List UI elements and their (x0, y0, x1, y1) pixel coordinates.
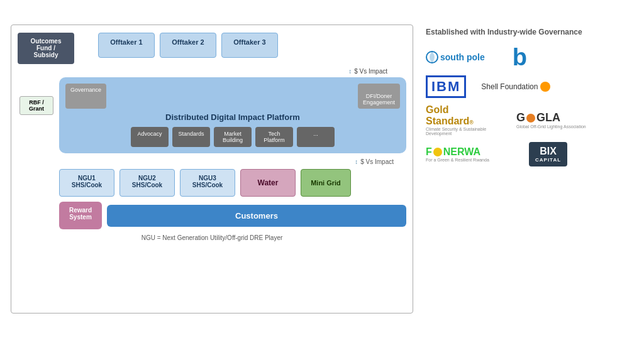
partners-title: Established with Industry-wide Governanc… (426, 28, 621, 36)
rbf-grant-label: RBF / Grant (19, 96, 53, 115)
gogla-sub: Global Off-Grid Lighting Association (516, 124, 586, 129)
dfi-box: DFI/DonerEngagement (358, 84, 400, 109)
vs-impact-top-label: $ Vs Impact (354, 68, 387, 75)
partners-row-3: GoldStandard® Climate Security & Sustain… (426, 104, 621, 136)
ngu-row: NGU1SHS/Cook NGU2SHS/Cook NGU3SHS/Cook W… (59, 169, 406, 197)
customers-label: Customers (235, 211, 278, 221)
platform-buttons-row: Advocacy Standards MarketBuilding TechPl… (65, 127, 400, 147)
partners-row-4: FNERWA For a Green & Resilient Rwanda BI… (426, 142, 621, 166)
market-building-btn: MarketBuilding (214, 127, 252, 147)
shell-icon (540, 82, 550, 92)
vs-impact-bottom-arrow: ↕ $ Vs Impact (59, 158, 406, 165)
water-box: Water (240, 169, 296, 197)
ellipsis-btn: ... (297, 127, 335, 147)
water-label: Water (258, 178, 279, 187)
bix-logo: BIX CAPITAL (529, 142, 567, 166)
rbf-grant-text: RBF / Grant (29, 99, 44, 112)
offtaker-2-label: Offtaker 2 (172, 38, 204, 46)
diagram-section: Outcomes Fund / Subsidy Offtaker 1 Offta… (11, 25, 413, 313)
ibm-logo: IBM (426, 75, 466, 98)
minigrid-box: Mini Grid (301, 169, 351, 197)
main-container: Outcomes Fund / Subsidy Offtaker 1 Offta… (4, 18, 640, 320)
ngu2-box: NGU2SHS/Cook (119, 169, 175, 197)
partners-row-1: south pole b (426, 45, 621, 69)
bix-capital-text: CAPITAL (535, 157, 561, 163)
gogla-text: GGLA (516, 111, 586, 124)
shell-foundation-logo: Shell Foundation (481, 82, 550, 92)
governance-box: Governance (65, 84, 106, 109)
partners-section: Established with Industry-wide Governanc… (426, 25, 621, 166)
advocacy-btn: Advocacy (131, 127, 169, 147)
minigrid-label: Mini Grid (311, 179, 341, 187)
offtaker-3-label: Offtaker 3 (233, 38, 265, 46)
b-logo: b (513, 45, 527, 69)
offtaker-1-box: Offtaker 1 (98, 33, 155, 58)
offtaker-2-box: Offtaker 2 (160, 33, 216, 58)
ngu1-box: NGU1SHS/Cook (59, 169, 114, 197)
platform-title: Distributed Digital Impact Platform (65, 112, 400, 122)
gold-standard-sub: Climate Security & Sustainable Developme… (426, 127, 501, 136)
outcomes-fund-label: Outcomes Fund / Subsidy (31, 38, 62, 58)
standards-btn: Standards (172, 127, 210, 147)
fonerwa-logo: FNERWA For a Green & Resilient Rwanda (426, 146, 514, 162)
tech-platform-btn: TechPlatform (255, 127, 293, 147)
platform-box: Governance DFI/DonerEngagement Distribut… (59, 77, 406, 153)
southpole-text: south pole (440, 52, 485, 62)
vs-impact-top-arrow: ↕ $ Vs Impact (18, 68, 406, 75)
governance-label: Governance (70, 87, 101, 93)
reward-system-label: RewardSystem (69, 207, 92, 221)
offtaker-1-label: Offtaker 1 (110, 38, 142, 46)
bix-text: BIX (540, 146, 557, 157)
shell-text: Shell Foundation (481, 82, 538, 91)
ngu3-box: NGU3SHS/Cook (180, 169, 235, 197)
southpole-icon (426, 51, 438, 63)
fonerwa-sub: For a Green & Resilient Rwanda (426, 158, 514, 162)
reward-system-box: RewardSystem (59, 202, 102, 229)
customers-box: Customers (107, 205, 406, 227)
fonerwa-text: FNERWA (426, 146, 514, 158)
southpole-logo: south pole (426, 51, 485, 63)
customers-row: RewardSystem Customers (59, 202, 406, 229)
gold-standard-logo: GoldStandard® Climate Security & Sustain… (426, 104, 501, 136)
vs-impact-bottom-label: $ Vs Impact (360, 158, 394, 165)
outcomes-fund-box: Outcomes Fund / Subsidy (18, 33, 74, 64)
gogla-logo: GGLA Global Off-Grid Lighting Associatio… (516, 111, 586, 129)
partners-row-2: IBM Shell Foundation (426, 75, 621, 98)
footnote: NGU = Next Generation Utility/Off-grid D… (18, 234, 406, 241)
offtaker-3-box: Offtaker 3 (221, 33, 278, 58)
